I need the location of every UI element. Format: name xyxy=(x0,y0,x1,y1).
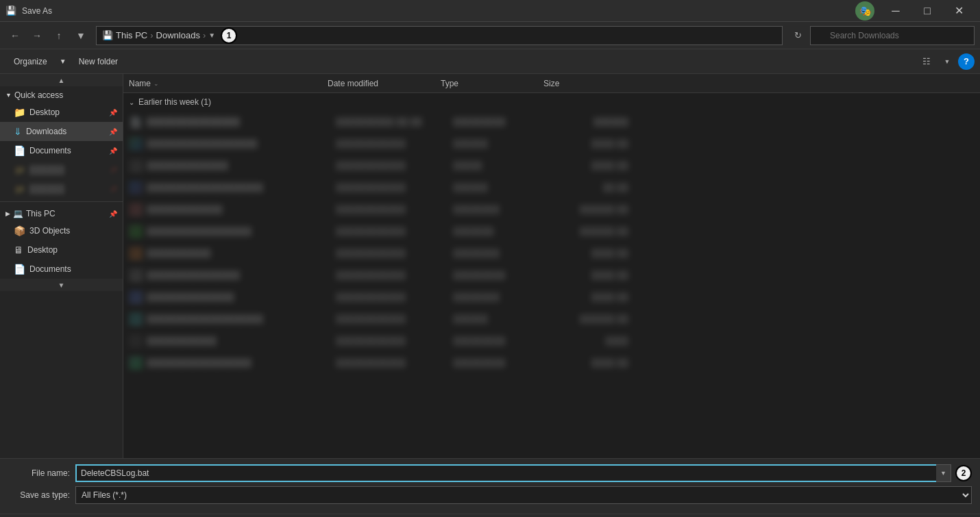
title-bar-title: Save As xyxy=(22,6,855,16)
window-controls: ─ □ ✕ xyxy=(880,0,975,22)
table-row: ███████████████████ ████████████ ██████ … xyxy=(123,133,980,155)
step-indicator-2: 2 xyxy=(955,465,972,481)
view-options-button[interactable]: ☷ xyxy=(917,52,936,71)
blurred-folder-icon-2: 📁 xyxy=(14,184,25,194)
group-header-earlier[interactable]: ⌄ Earlier this week (1) xyxy=(123,93,980,111)
organize-button[interactable]: Organize xyxy=(5,52,56,71)
file-icon-3 xyxy=(129,159,143,173)
file-icon-7 xyxy=(129,247,143,260)
column-header-date[interactable]: Date modified xyxy=(328,79,441,88)
table-row: ████████████████████ ████████████ ██████… xyxy=(123,177,980,199)
this-pc-arrow: ▶ xyxy=(5,210,10,217)
recent-locations-button[interactable]: ▼ xyxy=(71,26,90,45)
file-name-label: File name: xyxy=(8,468,70,478)
file-icon-2 xyxy=(129,137,143,151)
sidebar-divider xyxy=(0,201,123,202)
filename-dropdown-button[interactable]: ▼ xyxy=(936,464,951,482)
file-icon-6 xyxy=(129,225,143,238)
file-icon-8 xyxy=(129,268,143,282)
breadcrumb-separator-2: › xyxy=(203,30,206,40)
breadcrumb-pc[interactable]: 💾 Desktop This PC xyxy=(102,30,147,40)
pin-icon-b1: 📌 xyxy=(109,166,117,174)
pin-icon-downloads: 📌 xyxy=(109,128,117,136)
save-as-type-select[interactable]: All Files (*.*) xyxy=(75,486,972,504)
desktop-folder-icon: 📁 xyxy=(14,107,25,118)
close-button[interactable]: ✕ xyxy=(943,0,975,22)
breadcrumb-dropdown[interactable]: ▼ xyxy=(208,31,215,39)
file-icon-5 xyxy=(129,203,143,216)
forward-button[interactable]: → xyxy=(27,26,47,45)
back-button[interactable]: ← xyxy=(5,26,25,45)
step-indicator-1: 1 xyxy=(221,27,237,44)
table-row: ██████████████████ ████████████ ████████… xyxy=(123,352,980,374)
up-button[interactable]: ↑ xyxy=(49,26,69,45)
sidebar-scroll-down[interactable]: ▼ xyxy=(0,279,123,291)
table-row: 📄 ████████████████ ██████████ ██:██ ████… xyxy=(123,111,980,133)
this-pc-header[interactable]: ▶ 💻 This PC 📌 xyxy=(0,205,123,221)
sidebar-desktop-pc-label: Desktop xyxy=(27,245,58,255)
breadcrumb-downloads[interactable]: Downloads xyxy=(156,30,200,40)
sidebar-item-desktop-pc[interactable]: 🖥 Desktop xyxy=(0,240,123,260)
search-input[interactable] xyxy=(810,26,975,45)
quick-access-header[interactable]: ▼ Quick access xyxy=(0,86,123,103)
column-headers: Name ⌄ Date modified Type Size xyxy=(123,74,980,93)
user-avatar: 🎭 xyxy=(855,1,874,21)
refresh-button[interactable]: ↻ xyxy=(788,26,807,45)
table-row: █████████████ ████████████ ████████ ████… xyxy=(123,199,980,220)
file-icon-9 xyxy=(129,290,143,304)
save-as-icon: 💾 xyxy=(5,5,16,16)
this-pc-label: This PC xyxy=(26,209,56,218)
help-button[interactable]: ? xyxy=(958,53,975,70)
sidebar-item-blurred-1: 📁 ██████ 📌 xyxy=(0,160,123,179)
file-icon-12 xyxy=(129,356,143,370)
organize-arrow-button[interactable]: ▼ xyxy=(57,52,69,71)
blurred-folder-icon-1: 📁 xyxy=(14,164,25,175)
saveas-type-row: Save as type: All Files (*.*) xyxy=(8,486,972,504)
pin-icon-desktop: 📌 xyxy=(109,109,117,116)
maximize-button[interactable]: □ xyxy=(911,0,943,22)
table-row: ██████████████ ████████████ █████ ████ █… xyxy=(123,155,980,177)
3d-objects-icon: 📦 xyxy=(14,225,25,236)
group-expand-arrow: ⌄ xyxy=(129,99,134,106)
sidebar-item-desktop[interactable]: 📁 Desktop 📌 xyxy=(0,103,123,122)
filename-input-wrapper: ▼ xyxy=(75,464,951,482)
documents-pc-icon: 📄 xyxy=(14,264,25,275)
column-header-type[interactable]: Type xyxy=(441,79,543,88)
file-icon-1: 📄 xyxy=(129,115,143,129)
search-wrapper: 🔍 xyxy=(810,26,975,45)
desktop-pc-icon: 🖥 xyxy=(14,244,23,255)
minimize-button[interactable]: ─ xyxy=(880,0,911,22)
navigation-bar: ← → ↑ ▼ 💾 Desktop This PC › Downloads › … xyxy=(0,22,980,49)
action-row: Encoding: UTF-8 UTF-16 ANSI 3 Save Cance… xyxy=(0,514,980,517)
sidebar-scroll-up[interactable]: ▲ xyxy=(0,74,123,86)
filename-input[interactable] xyxy=(75,464,951,482)
file-icon-10 xyxy=(129,312,143,326)
bottom-bar: File name: ▼ 2 Save as type: All Files (… xyxy=(0,458,980,514)
group-label: Earlier this week (1) xyxy=(138,97,211,107)
toolbar: Organize ▼ New folder ☷ ▼ ? xyxy=(0,49,980,74)
file-icon-4 xyxy=(129,181,143,194)
downloads-folder-icon: ⇓ xyxy=(14,126,22,137)
this-pc-pin: 📌 xyxy=(109,210,117,218)
quick-access-arrow: ▼ xyxy=(5,92,12,99)
name-sort-arrow: ⌄ xyxy=(154,80,159,87)
table-row: ███████████████ ████████████ ████████ ██… xyxy=(123,286,980,308)
sidebar-item-blurred-2: 📁 ██████ 📌 xyxy=(0,179,123,199)
table-row: ████████████ ████████████ █████████ ████ xyxy=(123,330,980,352)
breadcrumb-separator-1: › xyxy=(150,30,153,40)
column-header-size[interactable]: Size xyxy=(543,79,612,88)
new-folder-button[interactable]: New folder xyxy=(71,52,126,71)
table-row: ████████████████████ ████████████ ██████… xyxy=(123,308,980,330)
filetype-wrapper: All Files (*.*) xyxy=(75,486,972,504)
sidebar-item-documents[interactable]: 📄 Documents 📌 xyxy=(0,141,123,160)
breadcrumb-bar: 💾 Desktop This PC › Downloads › ▼ 1 xyxy=(96,26,783,45)
sidebar-item-documents-pc[interactable]: 📄 Documents xyxy=(0,260,123,279)
view-dropdown-button[interactable]: ▼ xyxy=(938,52,957,71)
sidebar-item-3d-objects[interactable]: 📦 3D Objects xyxy=(0,221,123,240)
sidebar-documents-pc-label: Documents xyxy=(29,264,71,274)
table-row: ████████████████ ████████████ █████████ … xyxy=(123,264,980,286)
column-header-name[interactable]: Name ⌄ xyxy=(129,79,328,88)
sidebar-desktop-label: Desktop xyxy=(29,108,60,117)
sidebar-item-downloads[interactable]: ⇓ Downloads 📌 xyxy=(0,122,123,141)
documents-icon: 📄 xyxy=(14,145,25,156)
